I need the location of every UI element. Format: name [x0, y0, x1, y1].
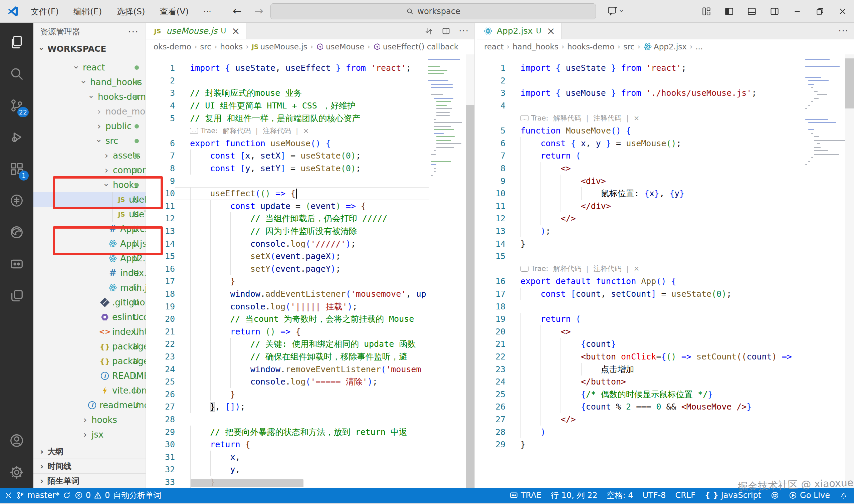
code-line-21[interactable]: 21 {count} — [477, 338, 804, 350]
workspace-search-input[interactable]: workspace — [270, 3, 596, 19]
code-line-23[interactable]: 23 // 确保在组件卸载时，移除事件监听，避 — [146, 350, 429, 363]
code-line-16[interactable]: 16export default function App() { — [477, 275, 804, 288]
code-line-10[interactable]: 10 鼠标位置: {x}, {y} — [477, 187, 804, 200]
code-line-1[interactable]: 1import { useState } from 'react'; — [477, 62, 804, 74]
status-cursor-position[interactable]: 行 10, 列 22 — [551, 490, 598, 501]
tree-item-src[interactable]: ›src — [33, 133, 146, 148]
code-line-26[interactable]: 26 {count % 2 === 0 && <MouseMove />} — [477, 400, 804, 413]
tree-item-useTodos-js[interactable]: JSuseTodos.jsU — [33, 207, 146, 222]
code-line-24[interactable]: 24 window.removeEventListener('mousem — [146, 363, 429, 376]
activity-run-debug-button[interactable] — [0, 121, 33, 153]
menu-more[interactable]: ··· — [203, 7, 211, 16]
code-line-4[interactable]: 4 — [477, 100, 804, 112]
activity-edge-browser-button[interactable] — [0, 216, 33, 248]
code-line-6[interactable]: 6 const { x, y } = useMouse(); — [477, 137, 804, 150]
code-line-29[interactable]: 29} — [477, 438, 804, 451]
tree-item-public[interactable]: ›public — [33, 119, 146, 133]
code-line-5[interactable]: 5function MouseMove() { — [477, 125, 804, 137]
breadcrumb-item[interactable]: src — [623, 42, 635, 51]
tree-item-hand-hooks[interactable]: ›hand_hooks — [33, 75, 146, 89]
breadcrumb-item[interactable]: App2.jsx — [643, 42, 687, 51]
code-line-4[interactable]: 4// UI 组件更简单 HTML + CSS ，好维护 — [146, 100, 429, 112]
codelens-action[interactable]: 解释代码 — [553, 264, 581, 273]
code-line-15[interactable]: 15 — [477, 250, 804, 263]
tab-useMouse-js[interactable]: JS useMouse.js U × — [146, 23, 246, 39]
breadcrumb-item[interactable]: useEffect() callback — [373, 42, 458, 51]
tree-item-App2-jsx[interactable]: App2.jsxU — [33, 251, 146, 266]
split-editor-icon[interactable] — [441, 26, 451, 36]
breadcrumb-item[interactable]: src — [200, 42, 211, 51]
tree-item-package-json[interactable]: {}package.jsonU — [33, 354, 146, 368]
menu-edit[interactable]: 编辑(E) — [73, 6, 102, 17]
code-line-19[interactable]: 19 console.log('||||| 挂载'); — [146, 300, 429, 313]
code-line-32[interactable]: 32 y, — [146, 463, 429, 476]
vertical-scrollbar[interactable] — [845, 54, 854, 488]
code-line-7[interactable]: 7 const [x, setX] = useState(0); — [146, 149, 429, 162]
toggle-sidebar-button[interactable] — [718, 0, 741, 23]
status-git-branch[interactable]: master* — [16, 491, 71, 500]
code-line-13[interactable]: 13 ); — [477, 225, 804, 238]
codelens-action[interactable]: 注释代码 — [593, 264, 621, 273]
code-line-22[interactable]: 22 <button onClick={() => setCount((coun… — [477, 350, 804, 363]
compare-changes-icon[interactable] — [424, 26, 433, 36]
code-line-30[interactable]: 30 return { — [146, 438, 429, 451]
code-line-2[interactable]: 2 — [477, 74, 804, 87]
activity-card-button[interactable] — [0, 248, 33, 280]
section-timeline[interactable]: ›时间线 — [33, 458, 146, 473]
tree-item-eslint-config-js[interactable]: eslint.config.jsU — [33, 310, 146, 324]
tree-item-jsx[interactable]: ›jsx — [33, 427, 146, 442]
breadcrumb-item[interactable]: hand_hooks — [513, 42, 558, 51]
tree-item-react[interactable]: ›react — [33, 60, 146, 75]
code-line-27[interactable]: 27 </> — [477, 413, 804, 426]
code-line-15[interactable]: 15 setX(event.pageX); — [146, 250, 429, 263]
tree-item-hooks-demo[interactable]: ›hooks-demo — [33, 89, 146, 104]
code-line-25[interactable]: 25 {/* 偶数的时候显示鼠标位置 */} — [477, 388, 804, 400]
toggle-secondary-sidebar-button[interactable] — [763, 0, 786, 23]
section-outline[interactable]: ›大纲 — [33, 444, 146, 458]
tree-item-README-md[interactable]: iREADME.mdU — [33, 368, 146, 383]
breadcrumb-item[interactable]: useMouse — [316, 42, 364, 51]
code-editor[interactable]: 1import { useState, useEffect } from 're… — [146, 54, 475, 488]
code-line-7[interactable]: 7 return ( — [477, 149, 804, 162]
code-line-24[interactable]: 24 </button> — [477, 376, 804, 388]
code-line-9[interactable]: 9 — [146, 175, 429, 187]
tree-item-index-html[interactable]: <>index.htmlU — [33, 324, 146, 339]
codelens-dismiss[interactable]: × — [634, 265, 640, 273]
minimap[interactable] — [805, 59, 845, 168]
code-line-14[interactable]: 14} — [477, 237, 804, 250]
activity-explorer-button[interactable] — [0, 26, 33, 58]
status-problems[interactable]: 00 — [74, 491, 110, 500]
code-line-9[interactable]: 9 <div> — [477, 175, 804, 187]
nav-back-button[interactable]: ← — [233, 5, 242, 17]
tree-item-App-jsx[interactable]: App.jsxU — [33, 236, 146, 251]
code-line-26[interactable]: 26 } — [146, 388, 429, 400]
code-line-19[interactable]: 19 return ( — [477, 313, 804, 325]
tree-item-readme-md[interactable]: ireadme.mdU — [33, 398, 146, 413]
code-line-11[interactable]: 11 const update = (event) => { — [146, 200, 429, 213]
workspace-header[interactable]: › WORKSPACE — [33, 41, 146, 56]
tree-item-vite-config-js[interactable]: vite.config.jsU — [33, 383, 146, 398]
tree-item-components[interactable]: ›components — [33, 163, 146, 178]
breadcrumb-item[interactable]: hooks — [220, 42, 243, 51]
tree-item-package-lock-[interactable]: {}package-lock...U — [33, 339, 146, 354]
code-line-8[interactable]: 8 <> — [477, 162, 804, 175]
restore-button[interactable] — [808, 0, 831, 23]
horizontal-scrollbar[interactable] — [191, 479, 303, 487]
breadcrumb-item[interactable]: react — [484, 42, 504, 51]
editor-actions-more-icon[interactable]: ··· — [459, 26, 469, 36]
codelens-dismiss[interactable]: × — [303, 127, 309, 135]
code-editor[interactable]: 1import { useState } from 'react';23impo… — [477, 54, 854, 488]
tree-item-hooks[interactable]: ›hooks — [33, 413, 146, 427]
code-line-3[interactable]: 3// 封装响应式的mouse 业务 — [146, 87, 429, 100]
codelens-action[interactable]: 解释代码 — [223, 126, 251, 136]
section-unknown-words[interactable]: ›陌生单词 — [33, 473, 146, 488]
code-line-29[interactable]: 29 // 把要向外暴露的状态和方法，放到 return 中返 — [146, 426, 429, 438]
codelens-action[interactable]: 解释代码 — [553, 113, 581, 123]
code-line-16[interactable]: 16 setY(event.pageY); — [146, 263, 429, 275]
codelens-dismiss[interactable]: × — [634, 114, 640, 122]
code-line-22[interactable]: 22 // 关键: 使用和绑定相同的 update 函数 — [146, 338, 429, 350]
vertical-scrollbar[interactable] — [466, 54, 475, 488]
code-line-20[interactable]: 20 // 当count 为奇数时，会将之前挂载的 Mouse — [146, 313, 429, 325]
close-button[interactable] — [831, 0, 854, 23]
code-line-8[interactable]: 8 const [y, setY] = useState(0); — [146, 162, 429, 175]
